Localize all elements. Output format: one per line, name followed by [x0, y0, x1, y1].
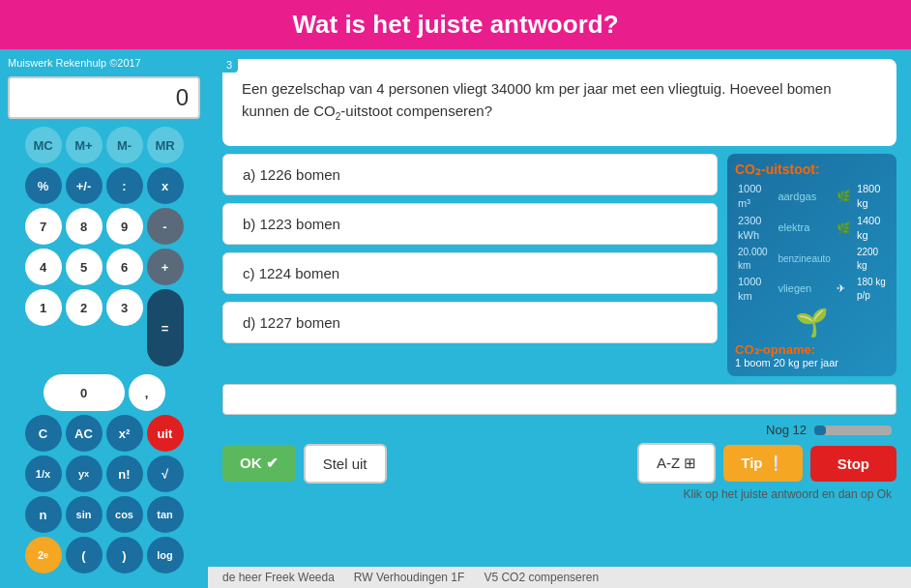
progress-row: Nog 12 [222, 423, 896, 437]
content-area: 3 Een gezelschap van 4 personen vliegt 3… [208, 49, 911, 581]
calc-minus-button[interactable]: - [147, 208, 184, 245]
calc-9-button[interactable]: 9 [106, 208, 143, 245]
calc-sin-button[interactable]: sin [66, 496, 103, 533]
calc-6-button[interactable]: 6 [106, 249, 143, 285]
calc-mminus-button[interactable]: M- [106, 127, 143, 163]
footer-teacher: de heer Freek Weeda [222, 571, 335, 584]
co2-row-1: 1000 m³ aardgas 🌿 1800 kg [735, 181, 889, 213]
calc-tan-button[interactable]: tan [147, 496, 184, 533]
calc-3-button[interactable]: 3 [106, 289, 143, 326]
az-button[interactable]: A-Z ⊞ [637, 443, 716, 484]
calculator-panel: Muiswerk Rekenhulp ©2017 0 MC M+ M- MR %… [0, 49, 208, 581]
co2-amount-4: 1000 km [735, 274, 775, 306]
calc-display: 0 [8, 76, 200, 119]
co2-amount-1: 1000 m³ [735, 181, 775, 213]
calc-row-mem: MC M+ M- MR [8, 127, 200, 163]
co2-amount-3: 20.000 km [735, 245, 775, 274]
calc-percent-button[interactable]: % [25, 167, 62, 204]
answer-b-button[interactable]: b) 1223 bomen [222, 203, 718, 245]
answer-a-button[interactable]: a) 1226 bomen [222, 154, 718, 195]
calc-factorial-button[interactable]: n! [106, 456, 143, 492]
co2-table: 1000 m³ aardgas 🌿 1800 kg 2300 kWh elekt… [735, 181, 889, 305]
calc-mc-button[interactable]: MC [25, 127, 62, 163]
tip-button[interactable]: Tip ❕ [723, 445, 802, 482]
calc-title: Muiswerk Rekenhulp ©2017 [8, 57, 200, 69]
co2-cat-2: elektra [775, 213, 834, 245]
calc-equals-button[interactable]: = [147, 289, 184, 367]
co2-kg-2: 1400 kg [854, 213, 889, 245]
co2-opname-text: 1 boom 20 kg per jaar [735, 357, 889, 368]
progress-label: Nog 12 [766, 423, 807, 437]
calc-8-button[interactable]: 8 [66, 208, 103, 245]
steluit-button[interactable]: Stel uit [304, 444, 387, 484]
ok-button[interactable]: OK ✔ [222, 445, 296, 482]
answer-d-button[interactable]: d) 1227 bomen [222, 302, 718, 343]
calc-cos-button[interactable]: cos [106, 496, 143, 533]
progress-bar-fill [814, 426, 826, 435]
calc-row-123: 1 2 3 = [25, 289, 184, 367]
calc-plusminus-button[interactable]: +/- [66, 167, 103, 204]
calc-comma-button[interactable]: , [129, 374, 165, 411]
question-number: 3 [220, 57, 238, 73]
bottom-section: Nog 12 OK ✔ Stel uit A-Z ⊞ Tip ❕ Stop Kl… [222, 423, 896, 501]
calc-4-button[interactable]: 4 [25, 249, 62, 285]
calc-1-button[interactable]: 1 [25, 289, 62, 326]
answer-input-container [222, 384, 896, 415]
co2-icon-2: 🌿 [834, 213, 854, 245]
answer-c-button[interactable]: c) 1224 bomen [222, 252, 718, 294]
calc-n-button[interactable]: n [25, 496, 62, 533]
calc-log-button[interactable]: log [147, 537, 184, 573]
calc-row-ops: % +/- : x [8, 167, 200, 204]
co2-kg-3: 2200 kg [854, 245, 889, 274]
page-title: Wat is het juiste antwoord? [0, 10, 911, 40]
co2-icon-4: ✈ [834, 274, 854, 306]
answer-input[interactable] [222, 384, 896, 415]
calc-sqrt-button[interactable]: √ [147, 456, 184, 492]
calc-multiply-button[interactable]: x [147, 167, 184, 204]
co2-info-box: CO₂-uitstoot: 1000 m³ aardgas 🌿 1800 kg … [727, 154, 896, 376]
calc-divide-button[interactable]: : [106, 167, 143, 204]
calc-plus-button[interactable]: + [147, 249, 184, 285]
co2-row-4: 1000 km vliegen ✈ 180 kg p/p [735, 274, 889, 306]
calc-row-0comma: 0 , [8, 374, 200, 411]
co2-amount-2: 2300 kWh [735, 213, 775, 245]
calc-mr-button[interactable]: MR [147, 127, 184, 163]
footer: de heer Freek Weeda RW Verhoudingen 1F V… [208, 567, 911, 588]
calc-uit-button[interactable]: uit [147, 415, 184, 452]
answers-image-row: a) 1226 bomen b) 1223 bomen c) 1224 bome… [222, 154, 896, 376]
co2-cat-3: benzineauto [775, 245, 834, 274]
calc-5-button[interactable]: 5 [66, 249, 103, 285]
co2-title: CO₂-uitstoot: [735, 162, 889, 177]
co2-cat-4: vliegen [775, 274, 834, 306]
co2-cat-1: aardgas [775, 181, 834, 213]
hint-text: Klik op het juiste antwoord en dan op Ok [222, 487, 896, 501]
answers-column: a) 1226 bomen b) 1223 bomen c) 1224 bome… [222, 154, 718, 376]
calc-2-button[interactable]: 2 [66, 289, 103, 326]
question-box: 3 Een gezelschap van 4 personen vliegt 3… [222, 59, 896, 146]
co2-val-1: 🌿 [834, 181, 854, 213]
calc-row-789: 7 8 9 - [8, 208, 200, 245]
calc-yx-button[interactable]: yx [66, 456, 103, 492]
calc-xsq-button[interactable]: x² [106, 415, 143, 452]
calc-row-trig: n sin cos tan [8, 496, 200, 533]
co2-kg-4: 180 kg p/p [854, 274, 889, 306]
calc-closeparen-button[interactable]: ) [106, 537, 143, 573]
calc-2e-button[interactable]: 2e [25, 537, 62, 573]
stop-button[interactable]: Stop [810, 446, 896, 482]
co2-row-2: 2300 kWh elektra 🌿 1400 kg [735, 213, 889, 245]
calc-inv-button[interactable]: 1/x [25, 456, 62, 492]
calc-c-button[interactable]: C [25, 415, 62, 452]
calc-row-clear: C AC x² uit [8, 415, 200, 452]
calc-display-value: 0 [176, 84, 189, 111]
co2-opname-title: CO₂-opname: [735, 342, 889, 357]
calc-row-advanced1: 1/x yx n! √ [8, 456, 200, 492]
bottom-controls: OK ✔ Stel uit A-Z ⊞ Tip ❕ Stop [222, 443, 896, 484]
calc-7-button[interactable]: 7 [25, 208, 62, 245]
calc-ac-button[interactable]: AC [66, 415, 103, 452]
progress-bar-background [814, 426, 892, 435]
calc-0-button[interactable]: 0 [44, 374, 125, 411]
calc-mplus-button[interactable]: M+ [66, 127, 103, 163]
footer-lesson: V5 CO2 compenseren [484, 571, 599, 584]
co2-kg-1: 1800 kg [854, 181, 889, 213]
calc-openparen-button[interactable]: ( [66, 537, 103, 573]
